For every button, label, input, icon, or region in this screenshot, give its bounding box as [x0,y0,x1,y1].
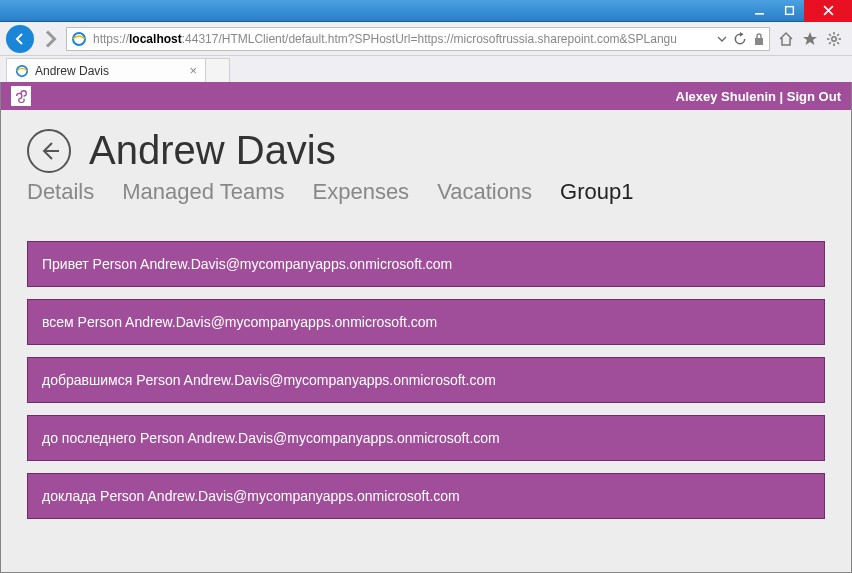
tab-details[interactable]: Details [27,179,94,205]
list-item[interactable]: добравшимся Person Andrew.Davis@mycompan… [27,357,825,403]
sign-out-link[interactable]: Sign Out [787,89,841,104]
page-tabs: Details Managed Teams Expenses Vacations… [27,179,825,205]
chevron-down-icon[interactable] [717,34,727,44]
browser-chrome-icons [774,31,846,47]
address-bar-right [717,32,765,46]
tab-close-button[interactable]: × [189,64,197,77]
new-tab-button[interactable] [206,58,230,82]
back-arrow-icon [12,31,28,47]
tab-managed-teams[interactable]: Managed Teams [122,179,284,205]
tab-vacations[interactable]: Vacations [437,179,532,205]
tools-gear-icon[interactable] [826,31,842,47]
tab-expenses[interactable]: Expenses [313,179,410,205]
viewport: Alexey Shulenin | Sign Out Andrew Davis … [0,82,852,573]
browser-tabstrip: Andrew Davis × [0,56,852,82]
browser-tab[interactable]: Andrew Davis × [6,58,206,82]
svg-point-4 [73,33,85,45]
page-back-button[interactable] [27,129,71,173]
window-titlebar [0,0,852,22]
home-icon[interactable] [778,31,794,47]
back-arrow-icon [37,139,61,163]
url-text: https://localhost:44317/HTMLClient/defau… [93,32,717,46]
browser-navbar: https://localhost:44317/HTMLClient/defau… [0,22,852,56]
svg-rect-1 [785,7,793,15]
svg-line-11 [829,34,831,36]
ie-favicon-icon [71,31,87,47]
refresh-icon[interactable] [733,32,747,46]
browser-tab-title: Andrew Davis [35,64,109,78]
sp-user-name: Alexey Shulenin [676,89,776,104]
sharepoint-logo-icon[interactable] [11,86,31,106]
sharepoint-topbar: Alexey Shulenin | Sign Out [1,82,851,110]
list: Привет Person Andrew.Davis@mycompanyapps… [27,241,825,519]
close-icon [823,5,834,16]
maximize-icon [784,5,795,16]
forward-arrow-icon [38,27,62,51]
list-item[interactable]: доклада Person Andrew.Davis@mycompanyapp… [27,473,825,519]
window-maximize-button[interactable] [774,0,804,22]
lock-icon [753,32,765,46]
svg-line-12 [837,42,839,44]
svg-line-13 [829,42,831,44]
list-item[interactable]: Привет Person Andrew.Davis@mycompanyapps… [27,241,825,287]
sp-user-area: Alexey Shulenin | Sign Out [676,89,841,104]
address-bar[interactable]: https://localhost:44317/HTMLClient/defau… [66,27,770,51]
list-item[interactable]: до последнего Person Andrew.Davis@mycomp… [27,415,825,461]
svg-rect-5 [755,38,763,45]
svg-line-14 [837,34,839,36]
favorites-star-icon[interactable] [802,31,818,47]
nav-back-button[interactable] [6,25,34,53]
page-header: Andrew Davis [27,128,825,173]
svg-point-6 [832,36,836,40]
window-close-button[interactable] [804,0,852,22]
list-item[interactable]: всем Person Andrew.Davis@mycompanyapps.o… [27,299,825,345]
ie-favicon-icon [15,64,29,78]
svg-point-15 [17,65,28,76]
nav-forward-button[interactable] [38,27,62,51]
minimize-icon [754,5,765,16]
content-area: Andrew Davis Details Managed Teams Expen… [1,110,851,572]
tab-group1[interactable]: Group1 [560,179,633,205]
page-title: Andrew Davis [89,128,336,173]
window-minimize-button[interactable] [744,0,774,22]
